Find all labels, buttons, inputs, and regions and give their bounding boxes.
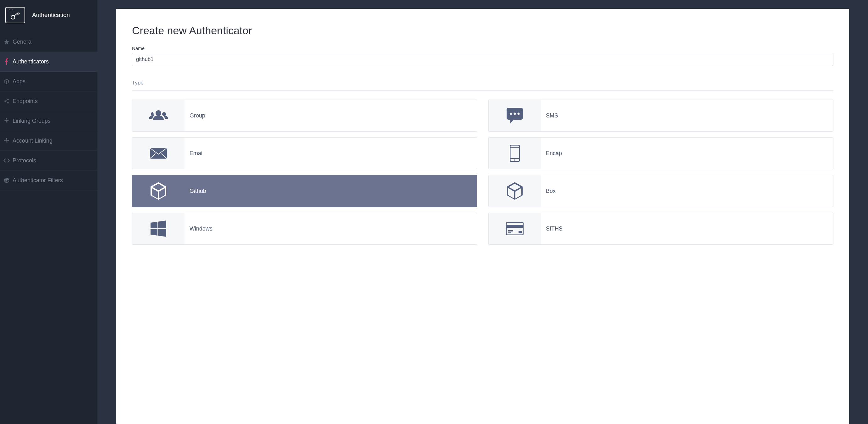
svg-rect-16 bbox=[508, 230, 513, 231]
svg-point-7 bbox=[514, 113, 516, 115]
auth-window-icon bbox=[5, 7, 25, 23]
svg-point-6 bbox=[510, 113, 512, 115]
name-input[interactable] bbox=[132, 53, 833, 66]
sidebar-item-linking-groups[interactable]: Linking Groups bbox=[0, 111, 97, 131]
windows-icon bbox=[132, 213, 184, 244]
svg-point-13 bbox=[514, 160, 516, 161]
type-card-label: Windows bbox=[184, 213, 212, 244]
key-icon bbox=[10, 12, 21, 20]
type-card-github[interactable]: Github bbox=[132, 175, 477, 207]
type-section-label: Type bbox=[132, 80, 833, 91]
svg-point-4 bbox=[6, 118, 7, 120]
type-grid: Group SMS Email Encap bbox=[132, 100, 833, 244]
sidebar-item-label: Authenticator Filters bbox=[12, 177, 63, 184]
person-icon bbox=[3, 118, 10, 124]
phone-icon bbox=[489, 137, 541, 169]
sidebar-item-endpoints[interactable]: Endpoints bbox=[0, 91, 97, 111]
type-card-label: Email bbox=[184, 137, 204, 169]
sidebar-item-label: General bbox=[12, 39, 33, 45]
type-card-box[interactable]: Box bbox=[488, 175, 833, 207]
sidebar-item-authenticator-filters[interactable]: Authenticator Filters bbox=[0, 170, 97, 190]
sidebar-item-label: Endpoints bbox=[12, 98, 38, 105]
code-icon bbox=[3, 157, 10, 164]
email-icon bbox=[132, 137, 184, 169]
svg-line-3 bbox=[18, 12, 20, 14]
svg-line-2 bbox=[17, 13, 18, 15]
sidebar-title: Authentication bbox=[32, 12, 70, 19]
sidebar-item-label: Account Linking bbox=[12, 137, 53, 144]
main-area: Create new Authenticator Name Type Group… bbox=[97, 0, 868, 424]
sidebar-item-label: Authenticators bbox=[12, 58, 49, 65]
sidebar-item-account-linking[interactable]: Account Linking bbox=[0, 131, 97, 151]
type-card-label: SITHS bbox=[541, 213, 562, 244]
sidebar-item-protocols[interactable]: Protocols bbox=[0, 151, 97, 170]
enter-icon bbox=[3, 177, 10, 184]
sidebar-item-label: Apps bbox=[12, 78, 26, 85]
cube3d-icon bbox=[489, 175, 541, 207]
page-title: Create new Authenticator bbox=[132, 25, 833, 37]
f-icon bbox=[3, 58, 10, 65]
svg-rect-17 bbox=[508, 232, 511, 233]
sidebar-item-label: Linking Groups bbox=[12, 118, 51, 124]
sms-icon bbox=[489, 100, 541, 131]
type-card-group[interactable]: Group bbox=[132, 100, 477, 132]
type-card-windows[interactable]: Windows bbox=[132, 213, 477, 244]
svg-rect-18 bbox=[519, 231, 522, 233]
share-icon bbox=[3, 98, 10, 105]
sidebar-item-apps[interactable]: Apps bbox=[0, 72, 97, 91]
type-card-label: Encap bbox=[541, 137, 562, 169]
sidebar-item-label: Protocols bbox=[12, 157, 36, 164]
star-icon bbox=[3, 38, 10, 45]
group-icon bbox=[132, 100, 184, 131]
sidebar-header: Authentication bbox=[0, 0, 97, 32]
svg-point-5 bbox=[6, 138, 7, 139]
type-card-label: Github bbox=[184, 175, 206, 207]
cube3d-icon bbox=[132, 175, 184, 207]
svg-point-8 bbox=[518, 113, 520, 115]
type-card-email[interactable]: Email bbox=[132, 137, 477, 169]
type-card-encap[interactable]: Encap bbox=[488, 137, 833, 169]
content-card: Create new Authenticator Name Type Group… bbox=[116, 9, 849, 424]
svg-rect-15 bbox=[506, 225, 523, 228]
type-card-label: SMS bbox=[541, 100, 558, 131]
name-label: Name bbox=[132, 45, 833, 51]
type-card-label: Box bbox=[541, 175, 556, 207]
sidebar-item-authenticators[interactable]: Authenticators bbox=[0, 52, 97, 72]
cube-icon bbox=[3, 78, 10, 85]
sidebar-item-general[interactable]: General bbox=[0, 32, 97, 52]
type-card-label: Group bbox=[184, 100, 205, 131]
card-icon bbox=[489, 213, 541, 244]
person-icon bbox=[3, 137, 10, 144]
sidebar: Authentication General Authenticators Ap… bbox=[0, 0, 97, 424]
type-card-sms[interactable]: SMS bbox=[488, 100, 833, 132]
type-card-siths[interactable]: SITHS bbox=[488, 213, 833, 244]
